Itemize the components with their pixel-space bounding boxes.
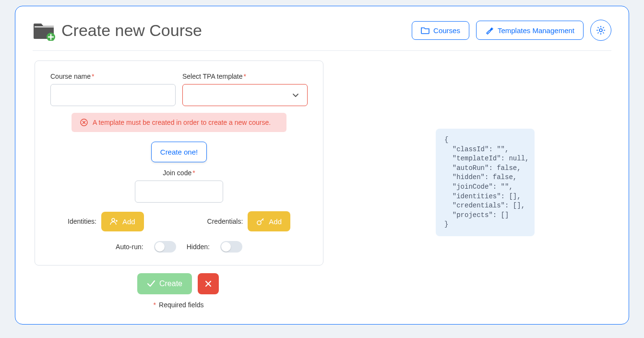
template-select[interactable] xyxy=(182,84,308,106)
course-name-input[interactable] xyxy=(50,84,176,106)
required-note-text: Required fields xyxy=(159,301,203,309)
alert-text: A template must be created in order to c… xyxy=(93,119,271,126)
header: Create new Course Courses Templates Mana… xyxy=(33,20,611,51)
content: Course name* Select TPA template* xyxy=(33,60,611,309)
course-name-field: Course name* xyxy=(50,72,176,106)
svg-point-3 xyxy=(112,218,115,221)
autorun-label: Auto-run: xyxy=(116,243,143,251)
wrench-icon xyxy=(485,26,494,35)
required-asterisk: * xyxy=(192,169,195,177)
join-code-label-text: Join code xyxy=(163,169,191,177)
hidden-toggle[interactable] xyxy=(220,241,242,253)
create-button-label: Create xyxy=(159,279,182,288)
required-asterisk: * xyxy=(244,72,246,80)
create-template-button[interactable]: Create one! xyxy=(151,142,207,162)
close-icon xyxy=(204,280,212,288)
identities-label: Identities: xyxy=(68,217,96,225)
footer-actions: Create xyxy=(33,273,323,294)
templates-button-label: Templates Management xyxy=(498,26,574,35)
autorun-toggle[interactable] xyxy=(154,241,176,253)
add-identity-label: Add xyxy=(122,217,135,226)
form-column: Course name* Select TPA template* xyxy=(33,60,323,309)
folder-icon xyxy=(421,26,429,34)
svg-point-4 xyxy=(257,221,261,225)
add-identity-button[interactable]: Add xyxy=(101,212,144,231)
toggle-knob xyxy=(221,242,231,252)
required-asterisk: * xyxy=(154,301,156,309)
credentials-label: Credentials: xyxy=(207,217,243,225)
course-name-label-text: Course name xyxy=(50,72,91,80)
template-label-text: Select TPA template xyxy=(182,72,243,80)
template-select-wrap xyxy=(182,84,308,106)
folder-plus-icon xyxy=(33,20,56,41)
create-template-wrap: Create one! xyxy=(50,132,308,162)
gear-icon xyxy=(596,25,606,35)
create-button[interactable]: Create xyxy=(137,273,192,294)
row-name-template: Course name* Select TPA template* xyxy=(50,72,308,106)
key-icon xyxy=(256,217,265,226)
required-note: *Required fields xyxy=(33,301,323,309)
join-code-input[interactable] xyxy=(135,181,223,203)
title-wrap: Create new Course xyxy=(33,20,202,41)
courses-button[interactable]: Courses xyxy=(412,21,469,40)
join-code-block: Join code* xyxy=(50,169,308,203)
chevron-down-icon xyxy=(292,91,299,99)
template-label: Select TPA template* xyxy=(182,72,308,80)
identities-group: Identities: Add xyxy=(68,212,144,231)
required-asterisk: * xyxy=(92,72,94,80)
add-row: Identities: Add Credentials: xyxy=(50,211,308,231)
template-field: Select TPA template* xyxy=(182,72,308,106)
main-panel: Create new Course Courses Templates Mana… xyxy=(15,6,629,325)
course-name-label: Course name* xyxy=(50,72,176,80)
template-alert: A template must be created in order to c… xyxy=(72,113,286,132)
credentials-group: Credentials: Add xyxy=(207,211,290,231)
form-card: Course name* Select TPA template* xyxy=(35,60,323,266)
json-preview: { "classId": "", "templateId": null, "au… xyxy=(436,129,535,236)
hidden-label: Hidden: xyxy=(187,243,210,251)
person-plus-icon xyxy=(110,217,119,225)
settings-button[interactable] xyxy=(590,20,611,41)
header-actions: Courses Templates Management xyxy=(412,20,611,41)
toggle-knob xyxy=(155,242,165,252)
cancel-button[interactable] xyxy=(198,273,219,294)
page-title: Create new Course xyxy=(61,21,202,40)
svg-point-1 xyxy=(599,29,602,32)
join-code-label: Join code* xyxy=(163,169,195,177)
add-credential-button[interactable]: Add xyxy=(248,211,290,231)
toggle-row: Auto-run: Hidden: xyxy=(50,241,308,253)
error-icon xyxy=(80,119,88,126)
check-icon xyxy=(147,280,155,287)
add-credential-label: Add xyxy=(269,217,282,226)
courses-button-label: Courses xyxy=(433,26,460,35)
templates-button[interactable]: Templates Management xyxy=(476,21,584,40)
